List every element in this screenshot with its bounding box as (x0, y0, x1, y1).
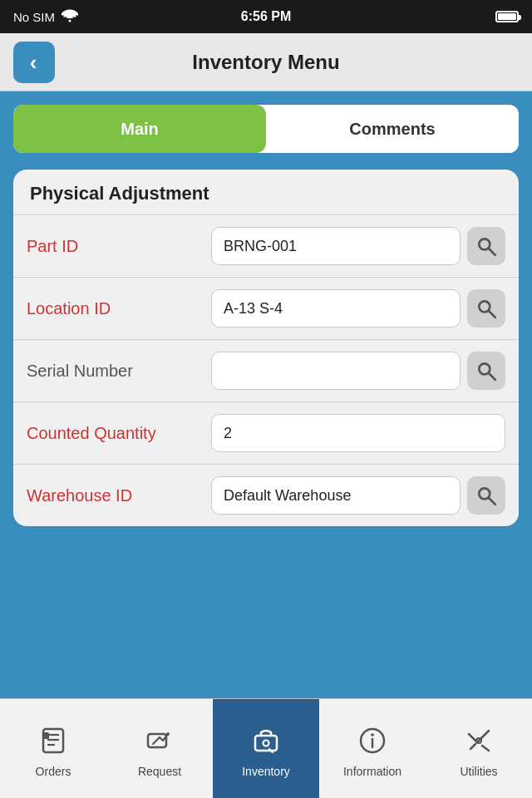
svg-point-14 (166, 732, 170, 736)
svg-point-16 (264, 741, 269, 746)
back-chevron-icon: ‹ (30, 52, 37, 73)
main-content: Main Comments Physical Adjustment Part I… (0, 91, 532, 539)
status-bar: No SIM 6:56 PM (0, 0, 532, 33)
svg-rect-15 (255, 736, 277, 751)
search-icon (475, 360, 497, 382)
tab-comments[interactable]: Comments (266, 105, 519, 153)
wifi-icon (62, 9, 78, 25)
section-title: Physical Adjustment (13, 170, 519, 214)
inventory-icon (251, 726, 281, 760)
part-id-search-button[interactable] (467, 227, 505, 265)
part-id-label: Part ID (27, 237, 201, 256)
location-id-input[interactable] (211, 289, 461, 328)
location-id-label: Location ID (27, 299, 201, 318)
location-id-search-button[interactable] (467, 289, 505, 328)
search-icon (475, 298, 497, 319)
counted-quantity-input[interactable] (211, 414, 505, 452)
part-id-input[interactable] (211, 227, 461, 265)
back-button[interactable]: ‹ (13, 42, 55, 83)
bottom-tab-utilities[interactable]: Utilities (426, 699, 532, 798)
battery-icon (495, 11, 519, 22)
utilities-icon (464, 726, 494, 760)
counted-quantity-label: Counted Quantity (27, 424, 201, 443)
location-id-row: Location ID (13, 277, 519, 339)
counted-quantity-row: Counted Quantity (13, 401, 519, 464)
request-icon (145, 726, 175, 760)
serial-number-label: Serial Number (27, 362, 201, 381)
counted-quantity-input-wrap (211, 414, 505, 452)
bottom-tab-information[interactable]: Information (319, 699, 426, 798)
page-title: Inventory Menu (55, 51, 477, 74)
serial-number-row: Serial Number (13, 339, 519, 401)
inventory-tab-label: Inventory (242, 765, 290, 778)
information-icon (357, 726, 387, 760)
serial-number-input-wrap (211, 352, 505, 390)
bottom-tabbar: Orders Request Inventory (0, 698, 532, 798)
svg-line-7 (489, 498, 495, 505)
bottom-tab-request[interactable]: Request (106, 699, 213, 798)
bottom-tab-orders[interactable]: Orders (0, 699, 106, 798)
tab-strip: Main Comments (13, 105, 519, 153)
form-card: Physical Adjustment Part ID Location ID (13, 170, 519, 526)
warehouse-id-search-button[interactable] (467, 476, 505, 515)
bottom-tab-inventory[interactable]: Inventory (213, 699, 319, 798)
svg-point-19 (371, 733, 374, 736)
location-id-input-wrap (211, 289, 505, 328)
warehouse-id-label: Warehouse ID (27, 486, 201, 505)
request-tab-label: Request (138, 765, 181, 778)
serial-number-input[interactable] (211, 352, 461, 390)
part-id-row: Part ID (13, 214, 519, 277)
svg-line-5 (489, 373, 495, 380)
svg-line-3 (489, 311, 495, 318)
serial-number-search-button[interactable] (467, 352, 505, 390)
warehouse-id-row: Warehouse ID (13, 464, 519, 526)
orders-icon (38, 726, 68, 760)
warehouse-id-input[interactable] (211, 476, 461, 515)
carrier-label: No SIM (13, 10, 55, 24)
information-tab-label: Information (343, 765, 401, 778)
svg-line-1 (489, 249, 495, 255)
search-icon (475, 485, 497, 506)
orders-tab-label: Orders (36, 765, 71, 778)
status-time: 6:56 PM (241, 9, 291, 23)
header: ‹ Inventory Menu (0, 33, 532, 91)
search-icon (475, 235, 497, 257)
warehouse-id-input-wrap (211, 476, 505, 515)
part-id-input-wrap (211, 227, 505, 265)
svg-rect-12 (42, 732, 49, 739)
tab-main[interactable]: Main (13, 105, 266, 153)
utilities-tab-label: Utilities (460, 765, 497, 778)
